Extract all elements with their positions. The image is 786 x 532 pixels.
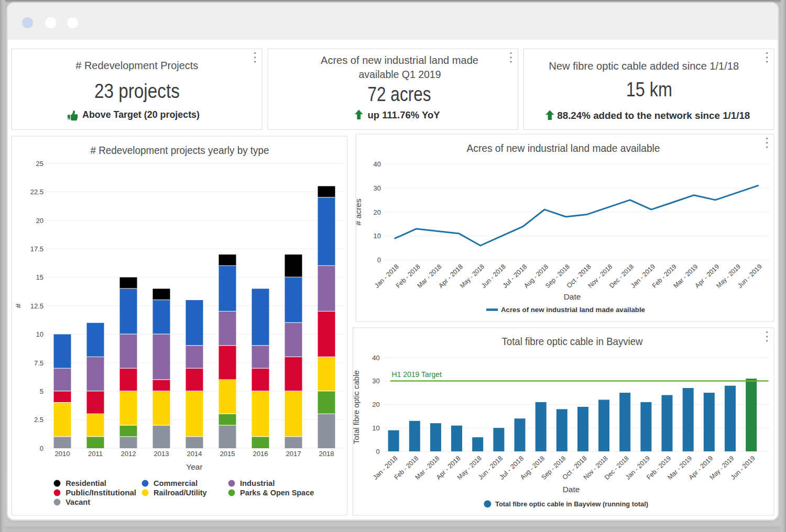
svg-text:0: 0 — [40, 445, 43, 452]
svg-text:30: 30 — [372, 377, 379, 385]
svg-text:2015: 2015 — [220, 450, 235, 458]
svg-text:Total fibre optic cable: Total fibre optic cable — [352, 370, 361, 444]
svg-text:23 projects: 23 projects — [94, 80, 180, 102]
svg-text:0: 0 — [377, 256, 381, 264]
svg-text:Residential: Residential — [66, 479, 106, 487]
svg-text:5: 5 — [40, 387, 43, 395]
svg-text:12.5: 12.5 — [30, 302, 43, 310]
svg-text:72 acres: 72 acres — [368, 83, 431, 105]
svg-text:2016: 2016 — [253, 450, 268, 458]
svg-text:Public/Institutional: Public/Institutional — [66, 488, 136, 497]
svg-text:10: 10 — [36, 330, 43, 338]
svg-text:15 km: 15 km — [626, 79, 672, 101]
svg-text:10: 10 — [374, 232, 381, 240]
svg-text:2010: 2010 — [55, 450, 70, 458]
svg-text:40: 40 — [374, 160, 381, 168]
svg-text:Railroad/Utility: Railroad/Utility — [154, 488, 207, 497]
svg-text:2018: 2018 — [319, 450, 334, 458]
svg-text:Date: Date — [564, 292, 581, 301]
svg-text:available Q1 2019: available Q1 2019 — [359, 68, 441, 80]
svg-text:#: # — [14, 303, 23, 308]
svg-text:2013: 2013 — [154, 450, 169, 458]
svg-text:2017: 2017 — [286, 450, 301, 458]
svg-text:7.5: 7.5 — [34, 359, 43, 367]
svg-text:Above Target (20 projects): Above Target (20 projects) — [82, 109, 200, 120]
svg-text:2012: 2012 — [121, 450, 136, 458]
svg-text:Acres of new industrial land m: Acres of new industrial land made availa… — [467, 142, 660, 154]
svg-text:15: 15 — [36, 273, 43, 281]
svg-text:88.24% added to the network si: 88.24% added to the network since 1/1/18 — [557, 110, 750, 121]
svg-text:40: 40 — [372, 354, 379, 362]
svg-text:Year: Year — [186, 462, 202, 471]
svg-text:Date: Date — [563, 485, 580, 494]
svg-text:Acres of new industrial land m: Acres of new industrial land made availa… — [501, 306, 645, 314]
svg-text:2011: 2011 — [88, 450, 103, 458]
svg-text:30: 30 — [374, 184, 381, 192]
svg-text:20: 20 — [374, 208, 381, 216]
svg-text:22.5: 22.5 — [30, 188, 43, 196]
svg-text:Acres of new industrial land m: Acres of new industrial land made — [321, 54, 478, 66]
svg-text:2.5: 2.5 — [34, 416, 43, 424]
svg-text:New fibre optic cable added si: New fibre optic cable added since 1/1/18 — [549, 60, 739, 72]
svg-text:17.5: 17.5 — [30, 245, 43, 253]
svg-text:2014: 2014 — [187, 450, 202, 458]
svg-text:# Redevelopment projects yearl: # Redevelopment projects yearly by type — [91, 144, 269, 156]
svg-text:Total fibre optic cable in Bay: Total fibre optic cable in Bayview — [502, 335, 643, 347]
svg-text:H1 2019 Target: H1 2019 Target — [391, 370, 442, 379]
svg-text:# acres: # acres — [354, 198, 363, 225]
svg-text:25: 25 — [36, 160, 43, 168]
svg-text:up 111.76% YoY: up 111.76% YoY — [368, 110, 440, 120]
svg-text:Parks & Open Space: Parks & Open Space — [240, 488, 314, 497]
svg-text:# Redevelopment Projects: # Redevelopment Projects — [75, 59, 198, 71]
svg-text:Total fibre optic cable in Bay: Total fibre optic cable in Bayview (runn… — [495, 500, 648, 508]
svg-text:20: 20 — [36, 217, 43, 225]
svg-text:Industrial: Industrial — [240, 479, 275, 487]
svg-text:Commercial: Commercial — [154, 479, 198, 487]
svg-text:10: 10 — [372, 424, 379, 432]
svg-text:Vacant: Vacant — [66, 497, 90, 506]
svg-text:0: 0 — [376, 448, 379, 456]
svg-text:20: 20 — [372, 401, 379, 408]
